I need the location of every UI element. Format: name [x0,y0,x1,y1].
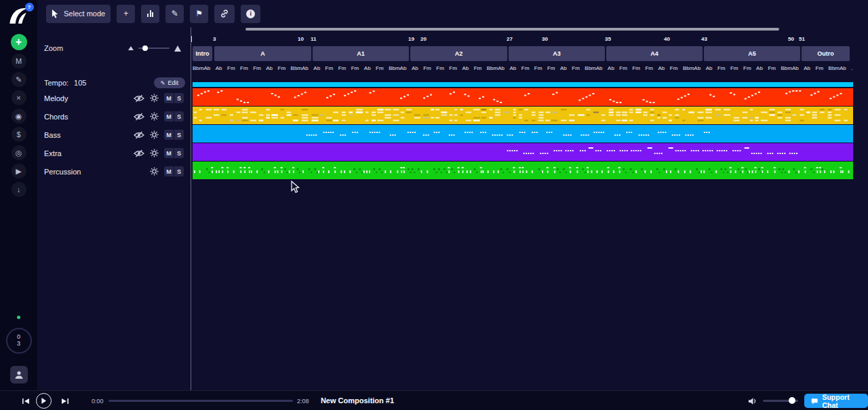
billing-icon[interactable]: $ [12,127,26,142]
edit-icon[interactable]: ✎ [12,72,26,87]
skip-forward-button[interactable] [61,398,69,405]
bar-ruler[interactable]: 31011192027303540435051 [193,36,853,43]
play-icon[interactable]: ▶ [12,164,26,179]
quota-counter[interactable]: 0 3 [6,328,32,354]
stats-button[interactable] [141,5,159,23]
eye-icon[interactable] [134,113,144,121]
account-button[interactable] [10,366,28,384]
download-icon[interactable]: ↓ [12,182,26,197]
select-mode-button[interactable]: Select mode [46,5,111,23]
flag-button[interactable]: ⚑ [190,5,208,23]
section-a5[interactable]: A5 [704,46,800,61]
tempo-edit-button[interactable]: ✎ Edit [154,77,185,88]
overview-strip[interactable] [193,82,853,87]
section-intro[interactable]: Intro [193,46,212,61]
section-markers: IntroAA1A2A3A4A5Outro [193,46,853,61]
mute-button[interactable]: M [164,111,174,122]
chord-label: Fm [816,65,824,71]
ruler-origin-tick [191,36,192,42]
chord-label: Ab [658,65,665,71]
skip-back-button[interactable] [22,398,30,405]
create-icon[interactable]: + [11,34,27,50]
ruler-number-50: 50 [788,36,794,42]
section-a3[interactable]: A3 [509,46,605,61]
quota-counter-bottom: 3 [17,341,20,348]
mute-button[interactable]: M [164,166,174,176]
lane-extra[interactable] [193,143,853,161]
app-root: ? +M✎×◉$◎▶↓ 0 3 Select mode + [0,0,868,410]
add-button[interactable]: + [117,5,135,23]
chord-label: Ab [560,65,567,71]
track-name: Chords [44,113,68,121]
gear-icon[interactable] [150,149,159,157]
time-current: 0:00 [92,398,104,405]
tempo-row: Tempo: 105 ✎ Edit [44,76,185,90]
section-a2[interactable]: A2 [410,46,507,61]
section-a1[interactable]: A1 [313,46,409,61]
gear-icon[interactable] [150,130,159,139]
solo-button[interactable]: S [174,111,184,122]
help-badge[interactable]: ? [25,3,34,12]
solo-button[interactable]: S [174,130,184,140]
ruler-number-10: 10 [298,36,304,42]
track-lanes [193,88,853,180]
status-dot [17,316,20,319]
volume-icon[interactable] [748,397,758,405]
track-row-percussion: Percussion M S [37,162,191,181]
close-icon[interactable]: × [12,90,26,105]
track-name: Melody [44,94,68,102]
solo-button[interactable]: S [174,166,184,176]
ruler-number-11: 11 [311,36,316,42]
chord-label: BbmAb [683,65,701,71]
section-a[interactable]: A [214,46,311,61]
gear-icon[interactable] [150,167,159,176]
volume-slider-thumb[interactable] [789,397,795,404]
gear-icon[interactable] [150,112,159,121]
horizontal-scrollbar[interactable] [245,28,779,31]
chord-label: Fm [645,65,653,71]
link-button[interactable] [214,5,235,23]
zoom-in-icon[interactable] [174,45,181,52]
mute-solo-group: M S [164,130,184,140]
draw-button[interactable]: ✎ [165,5,184,23]
info-button[interactable]: i [241,5,260,23]
lane-bass[interactable] [193,125,853,143]
zoom-out-icon[interactable] [128,46,134,50]
progress-slider[interactable] [108,400,293,402]
profile-m-icon[interactable]: M [12,54,26,69]
chord-label: BbmAb [193,65,210,71]
gear-icon[interactable] [150,94,159,102]
ruler-number-27: 27 [507,36,513,42]
chord-row: BbmAbAbFmFmFmAbFmBbmAbAbFmFmFmAbFmBbmAbA… [193,64,853,72]
record-icon[interactable]: ◎ [12,145,26,160]
chord-label: BbmAb [389,65,406,71]
eye-icon[interactable] [134,131,144,139]
eye-icon[interactable] [134,149,144,157]
broadcast-icon[interactable]: ◉ [12,109,26,124]
lane-melody[interactable] [193,88,853,106]
eye-icon[interactable] [134,94,144,102]
lane-percussion[interactable] [193,162,853,179]
zoom-slider[interactable] [138,48,170,49]
app-logo[interactable]: ? [7,4,31,29]
mute-button[interactable]: M [164,148,174,158]
zoom-controls [128,45,181,52]
chord-label: Fm [547,65,555,71]
section-outro[interactable]: Outro [802,46,850,61]
section-a4[interactable]: A4 [606,46,703,61]
mute-button[interactable]: M [164,130,174,140]
chord-label: Fm [326,65,334,71]
solo-button[interactable]: S [174,93,184,103]
lane-notes-percussion [193,162,853,179]
info-icon: i [246,10,255,18]
mute-button[interactable]: M [164,93,174,103]
chord-label: Fm [632,65,640,71]
edit-pencil-icon: ✎ [161,80,165,86]
play-button[interactable] [36,393,52,409]
support-chat-button[interactable]: Support Chat [804,394,868,408]
solo-button[interactable]: S [174,148,184,158]
lane-chords[interactable] [193,107,853,124]
track-name: Extra [44,149,62,157]
zoom-slider-thumb[interactable] [142,45,148,51]
top-toolbar: Select mode + ✎ ⚑ i [37,0,868,27]
